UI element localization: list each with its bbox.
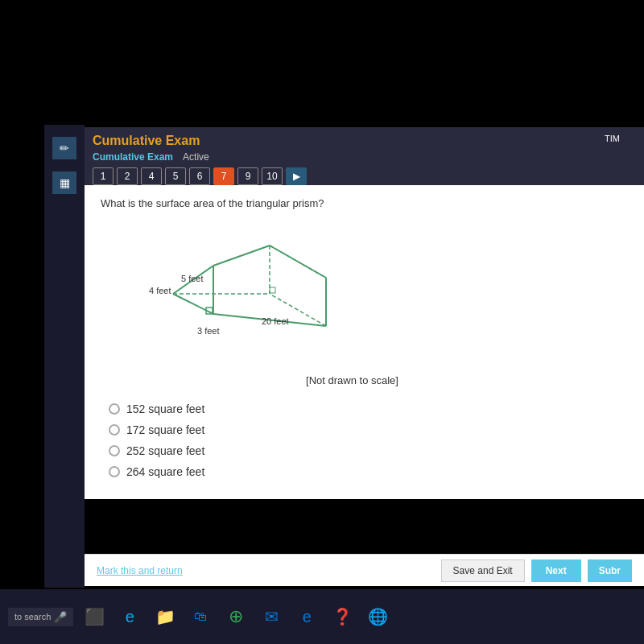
nav-btn-6[interactable]: 6 xyxy=(189,167,210,185)
nav-btn-5[interactable]: 5 xyxy=(165,167,186,185)
taskbar-edge-icon[interactable]: e xyxy=(292,602,321,631)
nav-btn-7[interactable]: 7 xyxy=(213,167,234,185)
next-button[interactable]: Next xyxy=(531,559,581,582)
taskbar-chrome-icon[interactable]: ⊕ xyxy=(221,602,250,631)
nav-btn-9[interactable]: 9 xyxy=(237,167,258,185)
save-exit-button[interactable]: Save and Exit xyxy=(441,559,525,582)
timer-label: TIM xyxy=(605,134,620,143)
answer-choice-1[interactable]: 152 square feet xyxy=(109,402,628,415)
footer-buttons: Mark this and return Save and Exit Next … xyxy=(85,554,644,586)
exam-title: Cumulative Exam xyxy=(93,134,200,147)
left-sidebar: ✏ ▦ xyxy=(44,125,85,588)
svg-line-8 xyxy=(213,246,270,266)
svg-text:5 feet: 5 feet xyxy=(181,274,204,283)
taskbar-folder-icon[interactable]: 📁 xyxy=(151,602,180,631)
answer-choice-2[interactable]: 172 square feet xyxy=(109,423,628,436)
svg-text:4 feet: 4 feet xyxy=(149,286,171,295)
answer-choices-list: 152 square feet 172 square feet 252 squa… xyxy=(109,402,628,478)
taskbar-monitor-icon[interactable]: ⬛ xyxy=(80,602,109,631)
question-area: What is the surface area of the triangul… xyxy=(85,185,644,499)
taskbar-help-icon[interactable]: ❓ xyxy=(328,602,357,631)
nav-btn-2[interactable]: 2 xyxy=(117,167,138,185)
svg-line-11 xyxy=(270,246,326,278)
nav-btn-4[interactable]: 4 xyxy=(141,167,162,185)
answer-choice-4[interactable]: 264 square feet xyxy=(109,465,628,478)
radio-1[interactable] xyxy=(109,403,120,415)
answer-label-2: 172 square feet xyxy=(126,423,204,436)
mark-return-link[interactable]: Mark this and return xyxy=(97,565,183,576)
header-area: Cumulative Exam Cumulative Exam Active T… xyxy=(85,127,644,188)
exam-subtitle: Cumulative Exam xyxy=(93,151,173,163)
calculator-icon[interactable]: ▦ xyxy=(52,171,76,194)
radio-3[interactable] xyxy=(109,445,120,456)
svg-text:3 feet: 3 feet xyxy=(197,326,220,336)
not-to-scale-text: [Not drawn to scale] xyxy=(76,374,628,386)
answer-label-1: 152 square feet xyxy=(126,402,204,415)
svg-text:20 feet: 20 feet xyxy=(262,316,289,326)
answer-label-3: 252 square feet xyxy=(126,444,204,457)
pencil-icon[interactable]: ✏ xyxy=(52,137,76,159)
taskbar-ie-icon[interactable]: e xyxy=(115,602,144,631)
taskbar-globe-icon[interactable]: 🌐 xyxy=(363,602,392,631)
prism-diagram: 4 feet 5 feet 20 feet 3 feet xyxy=(125,221,350,366)
answer-label-4: 264 square feet xyxy=(126,465,204,478)
taskbar-store-icon[interactable]: 🛍 xyxy=(186,602,215,631)
taskbar: to search 🎤 ⬛ e 📁 🛍 ⊕ ✉ e ❓ 🌐 xyxy=(0,589,644,644)
nav-btn-1[interactable]: 1 xyxy=(93,167,114,185)
footer-right-buttons: Save and Exit Next Subr xyxy=(441,559,632,582)
radio-4[interactable] xyxy=(109,466,120,477)
search-text: to search xyxy=(14,612,51,621)
answer-choice-3[interactable]: 252 square feet xyxy=(109,444,628,457)
radio-2[interactable] xyxy=(109,424,120,436)
taskbar-mail-icon[interactable]: ✉ xyxy=(257,602,286,631)
diagram-container: 4 feet 5 feet 20 feet 3 feet xyxy=(125,221,350,366)
top-black-bar xyxy=(0,0,644,125)
nav-btn-arrow[interactable]: ▶ xyxy=(286,167,307,185)
mic-icon: 🎤 xyxy=(54,611,67,623)
search-area[interactable]: to search 🎤 xyxy=(8,608,73,626)
active-status: Active xyxy=(183,151,209,163)
svg-line-6 xyxy=(173,294,213,314)
nav-btn-10[interactable]: 10 xyxy=(262,167,283,185)
svg-rect-3 xyxy=(270,287,275,293)
question-text: What is the surface area of the triangul… xyxy=(101,197,628,209)
submit-button[interactable]: Subr xyxy=(588,559,632,582)
